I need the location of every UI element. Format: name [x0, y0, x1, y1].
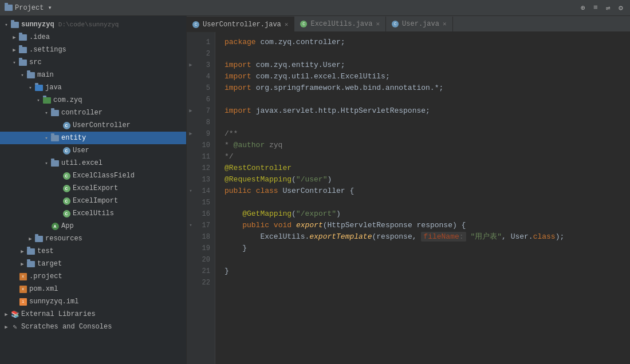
tab-excelutils[interactable]: C ExcelUtils.java ✕	[294, 17, 386, 31]
dp-label: .project	[29, 272, 62, 280]
list-icon[interactable]: ≡	[591, 3, 600, 13]
java-arrow: ▾	[26, 84, 34, 92]
code-line-13: @RequestMapping("/user")	[225, 174, 630, 185]
code-line-7: import javax.servlet.http.HttpServletRes…	[225, 105, 630, 117]
ln-22: 22	[187, 277, 215, 288]
tree-item-settings[interactable]: ▶ .settings	[0, 43, 186, 56]
ln-18: 18	[187, 231, 215, 243]
tree-item-usercontroller[interactable]: ▶ C UserController	[0, 119, 186, 132]
code-content[interactable]: package com.zyq.controller; import com.z…	[215, 32, 630, 364]
target-arrow: ▶	[18, 260, 26, 268]
user-icon: C	[62, 147, 71, 155]
utilexcel-folder-icon	[50, 159, 60, 167]
code-line-2	[225, 48, 630, 60]
idea-label: .idea	[29, 33, 50, 41]
pom-icon: x	[18, 285, 27, 293]
toolbar-icons: ⊕ ≡ ⇌ ⚙	[578, 3, 625, 13]
code-line-3: import com.zyq.entity.User;	[225, 60, 630, 71]
iml-label: sunnyzyq.iml	[29, 298, 78, 306]
fold-1[interactable]	[188, 39, 194, 45]
scratch-icon: ✎	[10, 323, 19, 331]
tab-excelutils-close[interactable]: ✕	[376, 21, 380, 27]
code-line-10: * @author zyq	[225, 140, 630, 151]
code-line-4: import com.zyq.util.excel.ExcelUtils;	[225, 71, 630, 82]
tree-item-entity[interactable]: ▾ entity	[0, 132, 186, 144]
utilexcel-label: util.excel	[61, 159, 103, 167]
ext-icon: 📚	[10, 310, 19, 318]
ln-14: ▾14	[187, 185, 215, 197]
code-line-11: */	[225, 151, 630, 163]
ln-15: 15	[187, 197, 215, 208]
scratch-label: Scratches and Consoles	[21, 323, 112, 331]
tree-item-excelutils[interactable]: ▶ C ExcelUtils	[0, 207, 186, 220]
tree-item-dotproject[interactable]: ▶ x .project	[0, 270, 186, 283]
tree-item-excelexport[interactable]: ▶ C ExcelExport	[0, 182, 186, 195]
fold-3[interactable]: ▶	[188, 62, 194, 68]
tab-usercontroller[interactable]: C UserController.java ✕	[187, 17, 294, 31]
tab-excelutils-icon: C	[300, 21, 307, 27]
sidebar: ▾ sunnyzyq D:\code\sunnyzyq ▶ .idea	[0, 16, 187, 364]
ecf-icon: C	[62, 172, 71, 180]
tree-item-controller[interactable]: ▾ controller	[0, 106, 186, 119]
tree-item-excelimport[interactable]: ▶ C ExcelImport	[0, 195, 186, 207]
tree-item-root[interactable]: ▾ sunnyzyq D:\code\sunnyzyq	[0, 18, 186, 31]
settings-icon[interactable]: ⚙	[616, 3, 625, 13]
ln-20: 20	[187, 254, 215, 266]
ln-10: 10	[187, 140, 215, 151]
tree-item-scratches[interactable]: ▶ ✎ Scratches and Consoles	[0, 321, 186, 333]
expand-arrow: ▾	[2, 21, 10, 29]
code-line-1: package com.zyq.controller;	[225, 37, 630, 48]
split-icon[interactable]: ⇌	[604, 3, 613, 13]
fold-14[interactable]: ▾	[188, 188, 194, 194]
tree-item-comzyq[interactable]: ▾ com.zyq	[0, 94, 186, 106]
ln-8: 8	[187, 117, 215, 128]
code-line-22	[225, 277, 630, 288]
ln-19: 19	[187, 243, 215, 254]
fold-9[interactable]: ▶	[188, 131, 194, 137]
tab-user[interactable]: C User.java ✕	[386, 17, 452, 31]
code-line-5: import org.springframework.web.bind.anno…	[225, 82, 630, 94]
src-arrow: ▾	[10, 58, 18, 66]
tab-usercontroller-close[interactable]: ✕	[285, 22, 289, 28]
tab-user-close[interactable]: ✕	[443, 21, 447, 27]
tree-item-idea[interactable]: ▶ .idea	[0, 31, 186, 43]
tree-item-excelclassfield[interactable]: ▶ C ExcelClassField	[0, 169, 186, 182]
settings-label: .settings	[29, 46, 66, 54]
code-line-8	[225, 117, 630, 128]
target-folder-icon	[26, 260, 36, 268]
fold-17[interactable]: ▾	[188, 223, 194, 228]
code-editor: 1 2 ▶3 4 5 6 ▶7 8 ▶9 10 11 12 13	[187, 32, 630, 364]
code-line-15	[225, 197, 630, 208]
tree-item-resources[interactable]: ▶ resources	[0, 232, 186, 245]
ln-1: 1	[187, 37, 215, 48]
settings-arrow: ▶	[10, 46, 18, 54]
tab-excelutils-label: ExcelUtils.java	[310, 20, 372, 28]
idea-arrow: ▶	[10, 33, 18, 41]
tree-item-main[interactable]: ▾ main	[0, 69, 186, 81]
main-arrow: ▾	[18, 71, 26, 79]
tree-item-user[interactable]: ▶ C User	[0, 144, 186, 157]
ln-2: 2	[187, 48, 215, 60]
tree-item-ext-libs[interactable]: ▶ 📚 External Libraries	[0, 308, 186, 321]
tree-item-app[interactable]: ▶ A App	[0, 220, 186, 232]
tab-bar: C UserController.java ✕ C ExcelUtils.jav…	[187, 16, 630, 32]
app-label: App	[61, 222, 74, 230]
tree-item-target[interactable]: ▶ target	[0, 258, 186, 270]
ee-icon: C	[62, 184, 71, 192]
main-label: main	[37, 71, 54, 79]
tree-item-utilexcel[interactable]: ▾ util.excel	[0, 157, 186, 169]
tree-item-java[interactable]: ▾ java	[0, 81, 186, 94]
code-line-21: }	[225, 266, 630, 277]
tree-item-src[interactable]: ▾ src	[0, 56, 186, 69]
eu-label: ExcelUtils	[73, 209, 114, 217]
res-label: resources	[45, 235, 82, 243]
fold-7[interactable]: ▶	[188, 108, 194, 114]
tree-item-test[interactable]: ▶ test	[0, 245, 186, 258]
tree-item-pomxml[interactable]: ▶ x pom.xml	[0, 283, 186, 295]
ln-6: 6	[187, 94, 215, 105]
ln-17: ▾17	[187, 220, 215, 231]
title-bar: Project ▾ ⊕ ≡ ⇌ ⚙	[0, 0, 630, 16]
user-label: User	[73, 147, 89, 155]
globe-icon[interactable]: ⊕	[578, 3, 588, 13]
tree-item-iml[interactable]: ▶ i sunnyzyq.iml	[0, 295, 186, 308]
